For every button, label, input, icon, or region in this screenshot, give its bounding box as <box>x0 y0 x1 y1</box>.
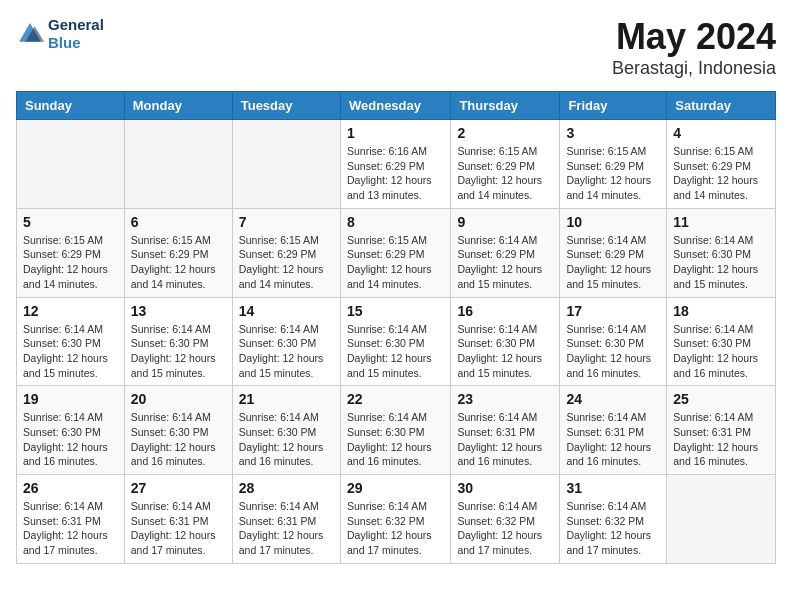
day-cell: 4Sunrise: 6:15 AM Sunset: 6:29 PM Daylig… <box>667 120 776 209</box>
header-row: SundayMondayTuesdayWednesdayThursdayFrid… <box>17 92 776 120</box>
day-number: 2 <box>457 125 553 141</box>
week-row-2: 12Sunrise: 6:14 AM Sunset: 6:30 PM Dayli… <box>17 297 776 386</box>
day-info: Sunrise: 6:14 AM Sunset: 6:31 PM Dayligh… <box>131 499 226 558</box>
day-cell: 11Sunrise: 6:14 AM Sunset: 6:30 PM Dayli… <box>667 208 776 297</box>
day-info: Sunrise: 6:14 AM Sunset: 6:30 PM Dayligh… <box>23 322 118 381</box>
day-cell: 20Sunrise: 6:14 AM Sunset: 6:30 PM Dayli… <box>124 386 232 475</box>
day-info: Sunrise: 6:15 AM Sunset: 6:29 PM Dayligh… <box>457 144 553 203</box>
logo: General Blue <box>16 16 104 52</box>
day-info: Sunrise: 6:14 AM Sunset: 6:30 PM Dayligh… <box>239 322 334 381</box>
day-info: Sunrise: 6:14 AM Sunset: 6:30 PM Dayligh… <box>131 410 226 469</box>
day-cell: 16Sunrise: 6:14 AM Sunset: 6:30 PM Dayli… <box>451 297 560 386</box>
day-cell: 27Sunrise: 6:14 AM Sunset: 6:31 PM Dayli… <box>124 475 232 564</box>
day-info: Sunrise: 6:14 AM Sunset: 6:30 PM Dayligh… <box>23 410 118 469</box>
day-cell: 10Sunrise: 6:14 AM Sunset: 6:29 PM Dayli… <box>560 208 667 297</box>
week-row-1: 5Sunrise: 6:15 AM Sunset: 6:29 PM Daylig… <box>17 208 776 297</box>
day-cell: 6Sunrise: 6:15 AM Sunset: 6:29 PM Daylig… <box>124 208 232 297</box>
day-info: Sunrise: 6:15 AM Sunset: 6:29 PM Dayligh… <box>347 233 444 292</box>
day-info: Sunrise: 6:14 AM Sunset: 6:31 PM Dayligh… <box>673 410 769 469</box>
day-info: Sunrise: 6:14 AM Sunset: 6:30 PM Dayligh… <box>347 410 444 469</box>
day-cell: 12Sunrise: 6:14 AM Sunset: 6:30 PM Dayli… <box>17 297 125 386</box>
day-info: Sunrise: 6:14 AM Sunset: 6:30 PM Dayligh… <box>673 233 769 292</box>
day-number: 22 <box>347 391 444 407</box>
week-row-4: 26Sunrise: 6:14 AM Sunset: 6:31 PM Dayli… <box>17 475 776 564</box>
header-cell-friday: Friday <box>560 92 667 120</box>
day-info: Sunrise: 6:15 AM Sunset: 6:29 PM Dayligh… <box>23 233 118 292</box>
day-number: 10 <box>566 214 660 230</box>
day-number: 19 <box>23 391 118 407</box>
header-cell-wednesday: Wednesday <box>340 92 450 120</box>
day-info: Sunrise: 6:15 AM Sunset: 6:29 PM Dayligh… <box>673 144 769 203</box>
day-info: Sunrise: 6:14 AM Sunset: 6:31 PM Dayligh… <box>457 410 553 469</box>
day-cell: 26Sunrise: 6:14 AM Sunset: 6:31 PM Dayli… <box>17 475 125 564</box>
day-number: 23 <box>457 391 553 407</box>
day-cell: 7Sunrise: 6:15 AM Sunset: 6:29 PM Daylig… <box>232 208 340 297</box>
day-number: 9 <box>457 214 553 230</box>
day-cell: 19Sunrise: 6:14 AM Sunset: 6:30 PM Dayli… <box>17 386 125 475</box>
day-cell: 2Sunrise: 6:15 AM Sunset: 6:29 PM Daylig… <box>451 120 560 209</box>
day-number: 15 <box>347 303 444 319</box>
day-number: 30 <box>457 480 553 496</box>
day-number: 20 <box>131 391 226 407</box>
day-cell: 31Sunrise: 6:14 AM Sunset: 6:32 PM Dayli… <box>560 475 667 564</box>
day-number: 16 <box>457 303 553 319</box>
day-number: 11 <box>673 214 769 230</box>
day-info: Sunrise: 6:14 AM Sunset: 6:30 PM Dayligh… <box>673 322 769 381</box>
day-cell: 17Sunrise: 6:14 AM Sunset: 6:30 PM Dayli… <box>560 297 667 386</box>
day-number: 29 <box>347 480 444 496</box>
day-info: Sunrise: 6:16 AM Sunset: 6:29 PM Dayligh… <box>347 144 444 203</box>
day-info: Sunrise: 6:15 AM Sunset: 6:29 PM Dayligh… <box>131 233 226 292</box>
calendar-table: SundayMondayTuesdayWednesdayThursdayFrid… <box>16 91 776 564</box>
header-cell-saturday: Saturday <box>667 92 776 120</box>
day-cell: 29Sunrise: 6:14 AM Sunset: 6:32 PM Dayli… <box>340 475 450 564</box>
day-info: Sunrise: 6:15 AM Sunset: 6:29 PM Dayligh… <box>566 144 660 203</box>
week-row-3: 19Sunrise: 6:14 AM Sunset: 6:30 PM Dayli… <box>17 386 776 475</box>
day-number: 4 <box>673 125 769 141</box>
logo-text: General Blue <box>48 16 104 52</box>
day-cell: 15Sunrise: 6:14 AM Sunset: 6:30 PM Dayli… <box>340 297 450 386</box>
day-cell <box>232 120 340 209</box>
day-number: 6 <box>131 214 226 230</box>
day-info: Sunrise: 6:14 AM Sunset: 6:32 PM Dayligh… <box>457 499 553 558</box>
day-cell: 21Sunrise: 6:14 AM Sunset: 6:30 PM Dayli… <box>232 386 340 475</box>
calendar-subtitle: Berastagi, Indonesia <box>612 58 776 79</box>
day-info: Sunrise: 6:14 AM Sunset: 6:31 PM Dayligh… <box>23 499 118 558</box>
page-header: General Blue May 2024 Berastagi, Indones… <box>16 16 776 79</box>
day-number: 7 <box>239 214 334 230</box>
day-number: 3 <box>566 125 660 141</box>
day-number: 1 <box>347 125 444 141</box>
day-info: Sunrise: 6:14 AM Sunset: 6:30 PM Dayligh… <box>566 322 660 381</box>
day-cell: 28Sunrise: 6:14 AM Sunset: 6:31 PM Dayli… <box>232 475 340 564</box>
day-info: Sunrise: 6:14 AM Sunset: 6:29 PM Dayligh… <box>457 233 553 292</box>
day-cell: 3Sunrise: 6:15 AM Sunset: 6:29 PM Daylig… <box>560 120 667 209</box>
day-number: 12 <box>23 303 118 319</box>
day-info: Sunrise: 6:14 AM Sunset: 6:31 PM Dayligh… <box>566 410 660 469</box>
day-number: 5 <box>23 214 118 230</box>
day-cell: 30Sunrise: 6:14 AM Sunset: 6:32 PM Dayli… <box>451 475 560 564</box>
day-info: Sunrise: 6:15 AM Sunset: 6:29 PM Dayligh… <box>239 233 334 292</box>
day-cell: 23Sunrise: 6:14 AM Sunset: 6:31 PM Dayli… <box>451 386 560 475</box>
day-cell: 13Sunrise: 6:14 AM Sunset: 6:30 PM Dayli… <box>124 297 232 386</box>
day-number: 21 <box>239 391 334 407</box>
day-number: 24 <box>566 391 660 407</box>
day-number: 31 <box>566 480 660 496</box>
header-cell-thursday: Thursday <box>451 92 560 120</box>
day-cell: 18Sunrise: 6:14 AM Sunset: 6:30 PM Dayli… <box>667 297 776 386</box>
calendar-title: May 2024 <box>612 16 776 58</box>
day-info: Sunrise: 6:14 AM Sunset: 6:31 PM Dayligh… <box>239 499 334 558</box>
day-cell: 8Sunrise: 6:15 AM Sunset: 6:29 PM Daylig… <box>340 208 450 297</box>
day-cell: 22Sunrise: 6:14 AM Sunset: 6:30 PM Dayli… <box>340 386 450 475</box>
day-info: Sunrise: 6:14 AM Sunset: 6:30 PM Dayligh… <box>239 410 334 469</box>
day-cell: 24Sunrise: 6:14 AM Sunset: 6:31 PM Dayli… <box>560 386 667 475</box>
header-cell-monday: Monday <box>124 92 232 120</box>
calendar-header: SundayMondayTuesdayWednesdayThursdayFrid… <box>17 92 776 120</box>
day-info: Sunrise: 6:14 AM Sunset: 6:29 PM Dayligh… <box>566 233 660 292</box>
day-cell: 5Sunrise: 6:15 AM Sunset: 6:29 PM Daylig… <box>17 208 125 297</box>
day-cell: 9Sunrise: 6:14 AM Sunset: 6:29 PM Daylig… <box>451 208 560 297</box>
logo-icon <box>16 20 44 48</box>
day-cell <box>124 120 232 209</box>
header-cell-tuesday: Tuesday <box>232 92 340 120</box>
calendar-body: 1Sunrise: 6:16 AM Sunset: 6:29 PM Daylig… <box>17 120 776 564</box>
day-cell <box>667 475 776 564</box>
day-cell: 25Sunrise: 6:14 AM Sunset: 6:31 PM Dayli… <box>667 386 776 475</box>
